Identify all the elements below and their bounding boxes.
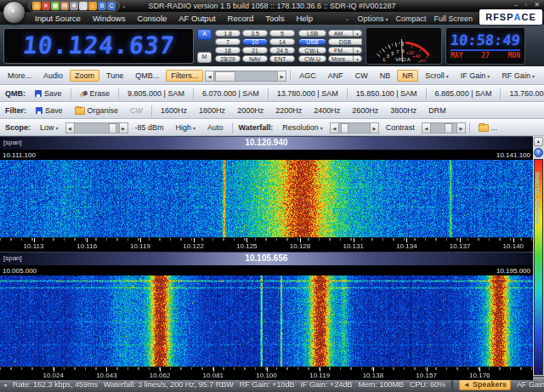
notes-icon[interactable]: ▯ (79, 2, 88, 10)
toolbar-nb[interactable]: NB (375, 70, 396, 82)
collapse-panel-icon[interactable]: ▴ (534, 137, 543, 146)
vfo-c-icon[interactable]: C (107, 2, 116, 10)
waterfall-1-canvas[interactable] (0, 160, 533, 237)
slider-thumb[interactable] (341, 123, 348, 134)
mode-cw-l[interactable]: CW-L (298, 47, 326, 54)
toolbar-rf-gain[interactable]: RF Gain▾ (496, 70, 540, 82)
slider-thumb[interactable] (445, 123, 452, 134)
qmb-memory-5[interactable]: 6.885.000 | SAM (430, 88, 497, 99)
band-3-5[interactable]: 3.5 (242, 30, 268, 37)
scope-auto-button[interactable]: Auto (202, 122, 229, 134)
menu-help[interactable]: Help (290, 14, 319, 23)
speakers-button[interactable]: ◄Speakers (459, 378, 511, 390)
filter-3800hz[interactable]: 3800Hz (385, 105, 422, 116)
toolbar-scroll[interactable]: Scroll▾ (420, 70, 454, 82)
waterfall-contrast-label[interactable]: Contrast (381, 122, 420, 134)
waterfall-resolution-dropdown[interactable]: Resolution▾ (277, 122, 328, 134)
menu-af-output[interactable]: AF Output (173, 14, 221, 23)
band-7[interactable]: 7 (215, 38, 241, 45)
toolbar-filters[interactable]: Filters... (166, 70, 203, 82)
ribbon-overflow-icon[interactable]: ⌄ (345, 15, 350, 22)
toolbar-cw[interactable]: CW (350, 70, 373, 82)
filter-organise-button[interactable]: Organise (70, 105, 124, 116)
slider-thumb[interactable] (109, 123, 116, 134)
full-screen-button[interactable]: Full Screen (434, 14, 473, 23)
qmb-memory-6[interactable]: 13.760.000 | (504, 88, 544, 99)
filter-1600hz[interactable]: 1600Hz (156, 105, 192, 116)
band-10[interactable]: 10 (242, 38, 268, 45)
chevron-down-icon[interactable]: ▾ (354, 30, 362, 37)
waterfall-contrast-slider[interactable]: ◀ ▶ (422, 122, 466, 134)
slider-left-icon[interactable]: ◀ (422, 122, 431, 134)
toolbar-nr[interactable]: NR (397, 70, 418, 82)
mode-am[interactable]: AM...▾ (328, 30, 362, 37)
scope-low-slider[interactable]: ◀ ▶ (65, 122, 128, 134)
band-14[interactable]: 14 (269, 38, 295, 45)
qmb-save-button[interactable]: Save (30, 88, 67, 99)
mode-lsb[interactable]: LSB (298, 30, 326, 37)
band-28-29[interactable]: 28/29 (215, 55, 241, 62)
filter-1800hz[interactable]: 1800Hz (194, 105, 230, 116)
target-icon[interactable]: ◎ (32, 2, 41, 10)
toolbar-qmb[interactable]: QMB... (130, 70, 164, 82)
band-21[interactable]: 21 (242, 47, 268, 54)
slider-right-icon[interactable]: ▶ (456, 122, 466, 134)
slider-left-icon[interactable]: ◀ (65, 122, 75, 134)
memory-button[interactable]: M (197, 52, 212, 63)
filter-2400hz[interactable]: 2400Hz (309, 105, 345, 116)
band-24-5[interactable]: 24.5 (269, 47, 295, 54)
slider-right-icon[interactable]: ▶ (370, 122, 379, 134)
toolbar-anf[interactable]: ANF (323, 70, 348, 82)
qmb-memory-2[interactable]: 6.070.000 | SAM (197, 88, 264, 99)
scope-low-dropdown[interactable]: Low▾ (35, 122, 64, 134)
filter-2000hz[interactable]: 2000Hz (232, 105, 269, 116)
favourites-icon[interactable]: ❖ (70, 2, 78, 10)
chevron-down-icon[interactable]: ▾ (354, 47, 362, 54)
scope-high-dropdown[interactable]: High▾ (171, 122, 201, 134)
qmb-erase-button[interactable]: Erase (75, 88, 116, 99)
waterfall-2-canvas[interactable] (0, 276, 533, 366)
waterfall-options-button[interactable]: ... (473, 122, 503, 134)
scroll-right-icon[interactable]: ▶ (277, 71, 286, 82)
quick-access-customize-icon[interactable]: ⌄ (122, 3, 127, 9)
band-18[interactable]: 18 (215, 47, 241, 54)
slider-right-icon[interactable]: ▶ (119, 122, 128, 134)
calendar-icon[interactable]: ▤ (60, 2, 69, 10)
tuning-scrollbar[interactable]: ◀ ▶ (205, 71, 286, 82)
filter-drm[interactable]: DRM (423, 105, 451, 116)
scrollbar-thumb[interactable] (215, 71, 235, 82)
qmb-memory-1[interactable]: 9.805.000 | SAM (122, 88, 190, 99)
qmb-memory-3[interactable]: 13.780.000 | SAM (272, 88, 343, 99)
maximize-button[interactable]: ▫ (523, 1, 529, 9)
filter-save-button[interactable]: Save (31, 105, 68, 116)
filter-2200hz[interactable]: 2200Hz (270, 105, 307, 116)
menu-tools[interactable]: Tools (259, 14, 290, 23)
status-collapse-icon[interactable]: ◂ (3, 381, 7, 389)
frequency-display[interactable]: 10.124.637 (3, 28, 194, 64)
home-icon[interactable]: ⌂ (88, 2, 97, 10)
scope-level-button[interactable]: -85 dBm (130, 122, 169, 134)
close-button[interactable]: ✕ (532, 1, 541, 9)
qmb-memory-4[interactable]: 15.850.100 | SAM (351, 88, 422, 99)
menu-record[interactable]: Record (222, 14, 260, 23)
toolbar-if-gain[interactable]: IF Gain▾ (456, 70, 496, 82)
tools-icon[interactable]: ✕ (42, 2, 50, 10)
compact-button[interactable]: Compact (395, 14, 426, 23)
mode-dsb[interactable]: DSB (328, 38, 362, 45)
menu-windows[interactable]: Windows (87, 14, 132, 23)
toolbar-zoom[interactable]: Zoom (70, 70, 99, 82)
toolbar-audio[interactable]: Audio (38, 70, 68, 82)
filter-2600hz[interactable]: 2600Hz (347, 105, 383, 116)
options-menu[interactable]: Options▾ (357, 14, 388, 23)
menu-console[interactable]: Console (131, 14, 173, 23)
mode-cw-u[interactable]: CW-U (298, 55, 326, 62)
menu-input-source[interactable]: Input Source (29, 14, 87, 23)
minimize-button[interactable]: – (513, 1, 519, 9)
toolbar-tune[interactable]: Tune (101, 70, 128, 82)
mode-usb[interactable]: USB (298, 38, 326, 45)
waterfall-resolution-slider[interactable]: ◀ ▶ (330, 122, 379, 134)
vfo-b-icon[interactable]: B (98, 2, 106, 10)
display-icon[interactable]: ▦ (51, 2, 60, 10)
mode-more[interactable]: More...▾ (328, 55, 362, 62)
band-1-8[interactable]: 1.8 (215, 30, 241, 37)
